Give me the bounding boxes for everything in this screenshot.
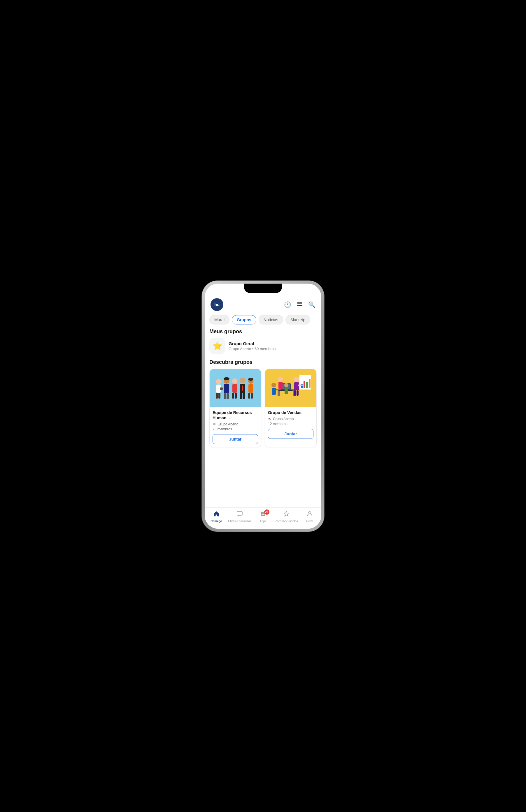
eye-icon-sales: 👁 bbox=[268, 417, 271, 421]
home-icon bbox=[213, 511, 220, 519]
nav-item-apps[interactable]: 26 Apps bbox=[251, 511, 275, 523]
bottom-nav: Começo Chats e consultas bbox=[205, 507, 321, 529]
tab-mural[interactable]: Mural bbox=[209, 315, 229, 324]
svg-rect-1 bbox=[297, 303, 302, 304]
star-outline-icon bbox=[283, 511, 289, 519]
card-title-sales: Grupo de Vendas bbox=[268, 410, 313, 415]
card-title-hr: Equipe de Recursos Human... bbox=[213, 410, 258, 420]
nav-item-home[interactable]: Começo bbox=[205, 511, 228, 523]
svg-rect-41 bbox=[294, 382, 299, 390]
svg-rect-39 bbox=[309, 379, 311, 388]
discover-grid: Equipe de Recursos Human... 👁 Grupo Aber… bbox=[209, 369, 317, 447]
svg-point-45 bbox=[271, 383, 276, 388]
app-logo[interactable]: hu bbox=[211, 298, 223, 311]
svg-point-26 bbox=[248, 378, 253, 381]
svg-point-60 bbox=[264, 514, 265, 516]
svg-rect-44 bbox=[298, 385, 303, 386]
nav-label-apps: Apps bbox=[260, 520, 267, 523]
chat-icon bbox=[237, 511, 243, 519]
notch bbox=[244, 284, 282, 293]
group-star-icon: ⭐ bbox=[209, 338, 225, 354]
group-card-sales[interactable]: Grupo de Vendas 👁 Grupo Aberto 12 membro… bbox=[265, 369, 317, 447]
card-members-hr: 23 membros bbox=[213, 427, 258, 431]
group-meta: Grupo Aberto • 69 membros bbox=[229, 347, 275, 351]
group-info: Grupo Geral Grupo Aberto • 69 membros bbox=[229, 341, 275, 351]
search-icon[interactable]: 🔍 bbox=[308, 301, 315, 308]
card-body-hr: Equipe de Recursos Human... 👁 Grupo Aber… bbox=[210, 407, 261, 447]
header: hu 🕐 🔍 bbox=[205, 295, 321, 313]
svg-point-4 bbox=[216, 379, 221, 384]
tab-marketplace[interactable]: Marketp bbox=[285, 315, 310, 324]
tab-noticias[interactable]: Notícias bbox=[259, 315, 283, 324]
svg-rect-10 bbox=[224, 384, 229, 393]
nav-label-home: Começo bbox=[211, 520, 222, 523]
header-icons: 🕐 🔍 bbox=[284, 301, 315, 308]
nav-label-chats: Chats e consultas bbox=[228, 520, 251, 523]
card-image-hr bbox=[210, 369, 261, 407]
svg-point-53 bbox=[262, 511, 264, 513]
svg-rect-25 bbox=[251, 393, 253, 398]
my-groups-title: Meus grupos bbox=[209, 329, 317, 335]
nav-item-chats[interactable]: Chats e consultas bbox=[228, 511, 251, 523]
svg-rect-8 bbox=[220, 388, 223, 390]
svg-point-52 bbox=[261, 511, 262, 513]
nav-label-perfil: Perfil bbox=[306, 520, 313, 523]
svg-point-58 bbox=[261, 514, 262, 516]
svg-point-49 bbox=[284, 383, 288, 387]
svg-rect-14 bbox=[232, 384, 237, 393]
discover-title: Descubra grupos bbox=[209, 359, 317, 365]
svg-point-55 bbox=[261, 513, 262, 514]
card-visibility-sales: 👁 Grupo Aberto bbox=[268, 417, 313, 421]
svg-point-27 bbox=[224, 377, 229, 380]
svg-point-61 bbox=[309, 511, 311, 514]
layers-icon[interactable] bbox=[297, 301, 303, 308]
card-visibility-hr: 👁 Grupo Aberto bbox=[213, 422, 258, 426]
card-image-sales bbox=[265, 369, 316, 407]
tabs-bar: Mural Grupos Notícias Marketp bbox=[205, 313, 321, 328]
svg-rect-50 bbox=[285, 388, 288, 394]
profile-icon bbox=[306, 511, 313, 519]
group-card-hr[interactable]: Equipe de Recursos Human... 👁 Grupo Aber… bbox=[209, 369, 261, 447]
svg-rect-36 bbox=[301, 384, 303, 388]
svg-rect-12 bbox=[227, 393, 229, 399]
join-btn-hr[interactable]: Juntar bbox=[213, 434, 258, 444]
apps-badge: 26 bbox=[264, 509, 269, 515]
card-members-sales: 12 membros bbox=[268, 422, 313, 426]
nav-item-perfil[interactable]: Perfil bbox=[298, 511, 321, 523]
svg-rect-11 bbox=[224, 393, 226, 399]
svg-rect-7 bbox=[219, 393, 221, 398]
tab-grupos[interactable]: Grupos bbox=[232, 315, 256, 324]
screen-content: hu 🕐 🔍 Mural Grupos bbox=[205, 284, 321, 529]
svg-point-59 bbox=[262, 514, 264, 516]
svg-point-17 bbox=[240, 378, 245, 383]
svg-rect-20 bbox=[243, 393, 245, 399]
phone-screen: hu 🕐 🔍 Mural Grupos bbox=[205, 284, 321, 529]
my-group-item[interactable]: ⭐ Grupo Geral Grupo Aberto • 69 membros bbox=[209, 338, 317, 354]
svg-rect-38 bbox=[306, 382, 308, 388]
svg-point-47 bbox=[278, 377, 283, 382]
clock-icon[interactable]: 🕐 bbox=[284, 301, 291, 308]
svg-rect-51 bbox=[237, 511, 242, 515]
phone-frame: hu 🕐 🔍 Mural Grupos bbox=[202, 281, 324, 532]
svg-point-40 bbox=[294, 377, 299, 382]
svg-rect-15 bbox=[232, 393, 234, 398]
svg-point-13 bbox=[232, 378, 237, 384]
svg-rect-43 bbox=[297, 390, 299, 396]
svg-rect-19 bbox=[240, 393, 242, 399]
nav-item-reconhecimentos[interactable]: Reconhecimentos bbox=[275, 511, 298, 523]
svg-rect-42 bbox=[294, 390, 296, 396]
svg-rect-46 bbox=[272, 388, 276, 395]
svg-rect-6 bbox=[216, 393, 218, 398]
group-name: Grupo Geral bbox=[229, 341, 275, 346]
svg-rect-2 bbox=[297, 305, 302, 306]
svg-point-56 bbox=[262, 513, 264, 514]
main-content: Meus grupos ⭐ Grupo Geral Grupo Aberto •… bbox=[205, 328, 321, 507]
svg-rect-30 bbox=[277, 390, 280, 396]
join-btn-sales[interactable]: Juntar bbox=[268, 429, 313, 439]
nav-label-reconhecimentos: Reconhecimentos bbox=[275, 520, 298, 523]
svg-rect-16 bbox=[235, 393, 237, 398]
svg-rect-37 bbox=[303, 381, 305, 388]
svg-rect-23 bbox=[249, 384, 253, 393]
svg-rect-0 bbox=[297, 302, 302, 303]
svg-rect-48 bbox=[279, 382, 283, 389]
